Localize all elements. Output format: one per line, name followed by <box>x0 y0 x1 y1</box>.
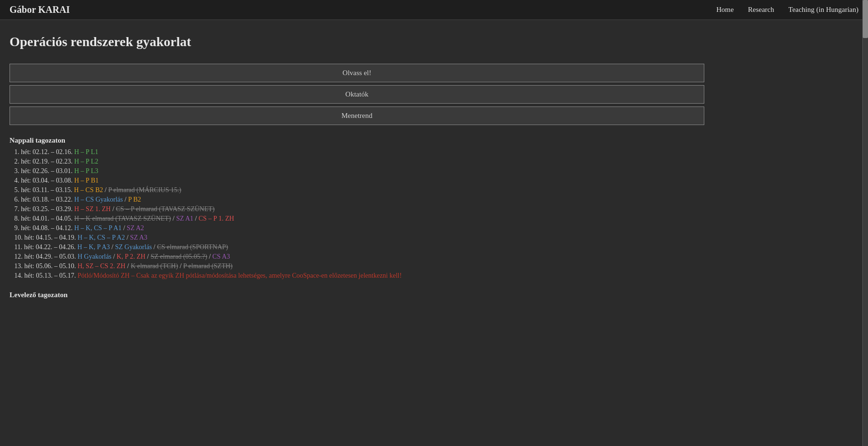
schedule-week-5: 5. hét: 03.11. – 03.15. H – CS B2 / P el… <box>14 186 704 194</box>
week-num: 3. hét: 02.26. – 03.01. <box>14 167 74 175</box>
week-link[interactable]: H – P B1 <box>74 177 99 184</box>
accordion-menetrend: Menetrend <box>10 107 704 125</box>
week-link[interactable]: H, SZ – CS 2. ZH <box>78 262 126 270</box>
schedule-week-12: 12. hét: 04.29. – 05.03. H Gyakorlás / K… <box>14 253 704 261</box>
schedule-week-13: 13. hét: 05.06. – 05.10. H, SZ – CS 2. Z… <box>14 262 704 270</box>
separator: / <box>110 243 115 251</box>
week-link[interactable]: SZ A3 <box>130 234 147 241</box>
accordion-container: Olvass el! Oktatók Menetrend <box>10 64 704 125</box>
accordion-menetrend-btn[interactable]: Menetrend <box>10 107 704 125</box>
week-num: 7. hét: 03.25. – 03.29. <box>14 205 74 213</box>
link-text: CS – P elmarad (TAVASZ SZÜNET) <box>116 205 215 213</box>
scrollbar-thumb[interactable] <box>863 0 868 38</box>
separator: / <box>125 234 130 241</box>
week-link[interactable]: H – K, CS – P A1 <box>74 224 121 232</box>
accordion-oktatok: Oktatók <box>10 85 704 104</box>
accordion-olvass: Olvass el! <box>10 64 704 82</box>
separator: / <box>121 224 127 232</box>
week-num: 10. hét: 04.15. – 04.19. <box>14 234 78 241</box>
separator: / <box>178 262 183 270</box>
schedule-week-3: 3. hét: 02.26. – 03.01. H – P L3 <box>14 167 704 175</box>
page-title: Operációs rendszerek gyakorlat <box>10 34 704 49</box>
schedule-list-nappali: 1. hét: 02.12. – 02.16. H – P L12. hét: … <box>10 148 704 280</box>
schedule-week-7: 7. hét: 03.25. – 03.29. H – SZ 1. ZH / C… <box>14 205 704 213</box>
separator: / <box>111 253 117 260</box>
site-header: Gábor KARAI Home Research Teaching (in H… <box>0 0 868 20</box>
link-text: CS elmarad (SPORTNAP) <box>157 243 228 251</box>
week-num: 12. hét: 04.29. – 05.03. <box>14 253 78 260</box>
nav-home[interactable]: Home <box>716 6 734 14</box>
link-text: H – K elmarad (TAVASZ SZÜNET) <box>74 215 171 222</box>
week-num: 6. hét: 03.18. – 03.22. <box>14 196 74 203</box>
week-link[interactable]: CS A3 <box>212 253 230 260</box>
separator: / <box>152 243 157 251</box>
accordion-oktatok-btn[interactable]: Oktatók <box>10 86 704 103</box>
week-num: 13. hét: 05.06. – 05.10. <box>14 262 78 270</box>
accordion-olvass-btn[interactable]: Olvass el! <box>10 64 704 82</box>
schedule-week-9: 9. hét: 04.08. – 04.12. H – K, CS – P A1… <box>14 224 704 232</box>
scrollbar[interactable] <box>862 0 868 446</box>
separator: / <box>207 253 212 260</box>
week-link[interactable]: K, P 2. ZH <box>117 253 146 260</box>
week-link[interactable]: H – CS Gyakorlás <box>74 196 123 203</box>
link-text: K elmarad (TCH) <box>131 262 178 270</box>
week-link[interactable]: SZ Gyakorlás <box>115 243 152 251</box>
week-link[interactable]: H Gyakorlás <box>78 253 111 260</box>
link-text: SZ elmarad (05.05.?) <box>150 253 207 260</box>
main-content: Operációs rendszerek gyakorlat Olvass el… <box>0 20 714 322</box>
week-num: 4. hét: 03.04. – 03.08. <box>14 177 74 184</box>
week-num: 11. hét: 04.22. – 04.26. <box>14 243 77 251</box>
week-link[interactable]: H – P L2 <box>74 158 98 165</box>
separator: / <box>146 253 151 260</box>
schedule-week-8: 8. hét: 04.01. – 04.05. H – K elmarad (T… <box>14 215 704 223</box>
nav-research[interactable]: Research <box>748 6 774 14</box>
week-link[interactable]: CS – P 1. ZH <box>198 215 234 222</box>
nav-teaching[interactable]: Teaching (in Hungarian) <box>789 6 858 14</box>
separator: / <box>171 215 176 222</box>
nappali-heading: Nappali tagozaton <box>10 136 704 145</box>
week-link[interactable]: H – K, P A3 <box>77 243 109 251</box>
separator: / <box>111 205 116 213</box>
week-link[interactable]: H – SZ 1. ZH <box>74 205 111 213</box>
week-num: 1. hét: 02.12. – 02.16. <box>14 148 74 155</box>
separator: / <box>103 186 108 194</box>
week-num: 2. hét: 02.19. – 02.23. <box>14 158 74 165</box>
schedule-week-6: 6. hét: 03.18. – 03.22. H – CS Gyakorlás… <box>14 196 704 204</box>
week-link[interactable]: SZ A2 <box>127 224 144 232</box>
main-nav: Home Research Teaching (in Hungarian) <box>716 6 858 14</box>
week-link[interactable]: H – P L3 <box>74 167 98 175</box>
week-num: 5. hét: 03.11. – 03.15. <box>14 186 74 194</box>
schedule-week-2: 2. hét: 02.19. – 02.23. H – P L2 <box>14 158 704 165</box>
link-text: P elmarad (SZTH) <box>183 262 233 270</box>
week-link[interactable]: H – P L1 <box>74 148 98 155</box>
week-num: 14. hét: 05.13. – 05.17. <box>14 272 78 279</box>
week-num: 8. hét: 04.01. – 04.05. <box>14 215 74 222</box>
schedule-week-10: 10. hét: 04.15. – 04.19. H – K, CS – P A… <box>14 234 704 242</box>
schedule-week-1: 1. hét: 02.12. – 02.16. H – P L1 <box>14 148 704 156</box>
separator: / <box>123 196 128 203</box>
separator: / <box>193 215 198 222</box>
levelező-heading: Levelező tagozaton <box>10 291 704 299</box>
week-link[interactable]: Pótló/Módosító ZH – Csak az egyik ZH pót… <box>78 272 402 279</box>
week-link[interactable]: H – CS B2 <box>74 186 103 194</box>
site-title: Gábor KARAI <box>10 4 70 15</box>
week-link[interactable]: SZ A1 <box>176 215 193 222</box>
schedule-week-4: 4. hét: 03.04. – 03.08. H – P B1 <box>14 177 704 184</box>
schedule-week-11: 11. hét: 04.22. – 04.26. H – K, P A3 / S… <box>14 243 704 251</box>
week-link[interactable]: P B2 <box>128 196 141 203</box>
week-link[interactable]: H – K, CS – P A2 <box>78 234 125 241</box>
schedule-week-14: 14. hét: 05.13. – 05.17. Pótló/Módosító … <box>14 272 704 280</box>
link-text: P elmarad (MÁRCIUS 15.) <box>108 186 181 194</box>
separator: / <box>126 262 131 270</box>
week-num: 9. hét: 04.08. – 04.12. <box>14 224 74 232</box>
